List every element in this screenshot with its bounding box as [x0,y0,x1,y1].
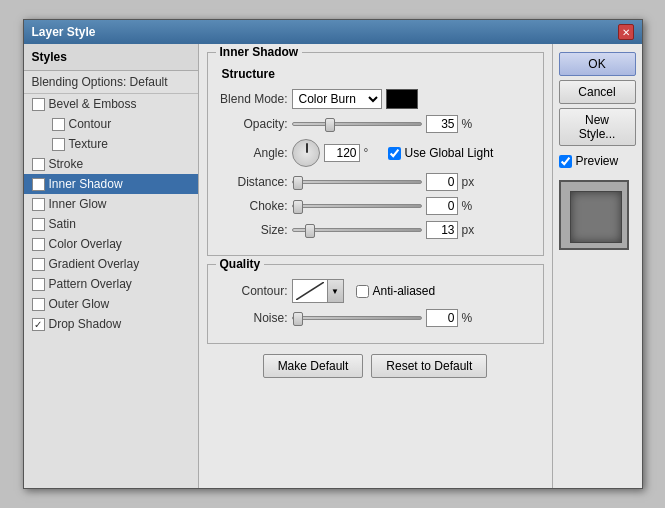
blend-mode-row: Blend Mode: Color Burn Normal Multiply [218,89,533,109]
color-overlay-checkbox[interactable] [32,238,45,251]
noise-value[interactable] [426,309,458,327]
drop-shadow-label: Drop Shadow [49,317,122,331]
opacity-label: Opacity: [218,117,288,131]
gradient-overlay-checkbox[interactable] [32,258,45,271]
size-thumb[interactable] [305,224,315,238]
opacity-unit: % [462,117,482,131]
choke-value[interactable] [426,197,458,215]
global-light-checkbox[interactable] [388,147,401,160]
quality-section-title: Quality [216,257,265,271]
inner-shadow-checkbox[interactable] [32,178,45,191]
blending-options-item[interactable]: Blending Options: Default [24,71,198,94]
noise-unit: % [462,311,482,325]
outer-glow-checkbox[interactable] [32,298,45,311]
pattern-overlay-label: Pattern Overlay [49,277,132,291]
choke-label: Choke: [218,199,288,213]
anti-aliased-checkbox[interactable] [356,285,369,298]
size-value[interactable] [426,221,458,239]
contour-dropdown-btn[interactable]: ▼ [328,279,344,303]
shadow-color-swatch[interactable] [386,89,418,109]
opacity-thumb[interactable] [325,118,335,132]
contour-row: Contour: ▼ Anti-aliased [218,279,533,303]
noise-row: Noise: % [218,309,533,327]
contour-checkbox[interactable] [52,118,65,131]
preview-thumbnail [559,180,629,250]
global-light-text: Use Global Light [405,146,494,160]
new-style-button[interactable]: New Style... [559,108,636,146]
inner-shadow-section-title: Inner Shadow [216,45,303,59]
sidebar-item-drop-shadow[interactable]: Drop Shadow [24,314,198,334]
noise-label: Noise: [218,311,288,325]
opacity-slider[interactable] [292,122,422,126]
preview-label: Preview [576,154,619,168]
structure-title: Structure [218,67,533,81]
gradient-overlay-label: Gradient Overlay [49,257,140,271]
size-unit: px [462,223,482,237]
contour-label: Contour [69,117,112,131]
bevel-emboss-checkbox[interactable] [32,98,45,111]
sidebar-item-pattern-overlay[interactable]: Pattern Overlay [24,274,198,294]
pattern-overlay-checkbox[interactable] [32,278,45,291]
global-light-label: Use Global Light [388,146,494,160]
sidebar-item-outer-glow[interactable]: Outer Glow [24,294,198,314]
satin-label: Satin [49,217,76,231]
sidebar-item-satin[interactable]: Satin [24,214,198,234]
noise-thumb[interactable] [293,312,303,326]
blend-mode-select[interactable]: Color Burn Normal Multiply [292,89,382,109]
texture-checkbox[interactable] [52,138,65,151]
size-row: Size: px [218,221,533,239]
opacity-value[interactable] [426,115,458,133]
left-panel: Styles Blending Options: Default Bevel &… [24,44,199,488]
angle-value[interactable] [324,144,360,162]
blend-mode-label: Blend Mode: [218,92,288,106]
choke-thumb[interactable] [293,200,303,214]
styles-header: Styles [24,44,198,71]
bevel-emboss-label: Bevel & Emboss [49,97,137,111]
choke-slider[interactable] [292,204,422,208]
distance-thumb[interactable] [293,176,303,190]
distance-value[interactable] [426,173,458,191]
satin-checkbox[interactable] [32,218,45,231]
opacity-row: Opacity: % [218,115,533,133]
sidebar-item-inner-shadow[interactable]: Inner Shadow [24,174,198,194]
cancel-button[interactable]: Cancel [559,80,636,104]
outer-glow-label: Outer Glow [49,297,110,311]
contour-preview[interactable] [292,279,328,303]
contour-control: ▼ [292,279,344,303]
right-panel: OK Cancel New Style... Preview [552,44,642,488]
choke-unit: % [462,199,482,213]
distance-slider[interactable] [292,180,422,184]
sidebar-item-texture[interactable]: Texture [24,134,198,154]
sidebar-item-inner-glow[interactable]: Inner Glow [24,194,198,214]
choke-row: Choke: % [218,197,533,215]
preview-checkbox[interactable] [559,155,572,168]
sidebar-item-gradient-overlay[interactable]: Gradient Overlay [24,254,198,274]
preview-row: Preview [559,154,636,168]
anti-aliased-text: Anti-aliased [373,284,436,298]
noise-slider[interactable] [292,316,422,320]
stroke-checkbox[interactable] [32,158,45,171]
sidebar-item-bevel-emboss[interactable]: Bevel & Emboss [24,94,198,114]
inner-shadow-label: Inner Shadow [49,177,123,191]
stroke-label: Stroke [49,157,84,171]
ok-button[interactable]: OK [559,52,636,76]
inner-shadow-content: Structure Blend Mode: Color Burn Normal … [208,53,543,255]
angle-dial[interactable] [292,139,320,167]
angle-degree: ° [364,146,384,160]
distance-label: Distance: [218,175,288,189]
title-bar: Layer Style ✕ [24,20,642,44]
inner-glow-checkbox[interactable] [32,198,45,211]
drop-shadow-checkbox[interactable] [32,318,45,331]
angle-label: Angle: [218,146,288,160]
close-button[interactable]: ✕ [618,24,634,40]
reset-to-default-button[interactable]: Reset to Default [371,354,487,378]
dialog-title: Layer Style [32,25,96,39]
size-slider[interactable] [292,228,422,232]
sidebar-item-color-overlay[interactable]: Color Overlay [24,234,198,254]
angle-row: Angle: ° Use Global Light [218,139,533,167]
sidebar-item-contour[interactable]: Contour [24,114,198,134]
inner-shadow-section: Inner Shadow Structure Blend Mode: Color… [207,52,544,256]
sidebar-item-stroke[interactable]: Stroke [24,154,198,174]
dialog-body: Styles Blending Options: Default Bevel &… [24,44,642,488]
make-default-button[interactable]: Make Default [263,354,364,378]
